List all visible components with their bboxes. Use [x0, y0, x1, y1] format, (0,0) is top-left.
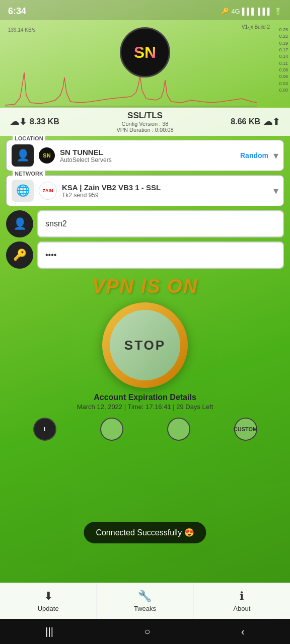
download-value: 8.33 KB: [30, 117, 59, 126]
password-row: 🔑: [6, 242, 284, 269]
android-nav-bar: ||| ○ ‹: [0, 619, 290, 644]
expiry-detail: March 12, 2022 | Time: 17:16:41 | 29 Day…: [0, 403, 290, 411]
nav-tab-circle-2[interactable]: [100, 418, 123, 441]
protocol-stat: SSL/TLS Config Version : 38 VPN Duration…: [116, 111, 173, 133]
about-icon: ℹ: [240, 590, 244, 603]
chart-area: V1-jx Build 2 0.25 0.22 0.19 0.17 0.14 0…: [0, 22, 290, 108]
nav-tabs-row: I CUSTOM: [6, 415, 284, 444]
location-mini-logo: SN: [39, 147, 55, 164]
globe-icon: 🌐: [16, 184, 30, 197]
network-text: KSA | Zain VB2 VB3 1 - SSL Tk2 send 959: [62, 183, 268, 199]
location-label: LOCATION: [13, 135, 45, 141]
android-menu-btn[interactable]: |||: [45, 626, 53, 637]
bottom-nav-update[interactable]: ⬇ Update: [0, 583, 97, 619]
expiry-title: Account Expiration Details: [0, 393, 290, 402]
location-icon-box: 👤: [12, 144, 34, 167]
stop-button-container: STOP: [0, 302, 290, 388]
stats-row: ☁⬇ 8.33 KB SSL/TLS Config Version : 38 V…: [0, 108, 290, 136]
network-subtitle: Tk2 send 959: [62, 192, 268, 199]
nav-tab-circle-custom[interactable]: CUSTOM: [234, 418, 257, 441]
location-text: SN TUNNEL AutoSelect Servers: [60, 148, 235, 164]
network-content[interactable]: 🌐 ZAIN KSA | Zain VB2 VB3 1 - SSL Tk2 se…: [7, 176, 283, 206]
y-axis-labels: 0.25 0.22 0.19 0.17 0.14 0.11 0.08 0.06 …: [279, 27, 288, 93]
account-expiry: Account Expiration Details March 12, 202…: [0, 393, 290, 411]
key-field-icon: 🔑: [13, 249, 27, 262]
network-icon-box: 🌐: [12, 180, 34, 202]
update-label: Update: [38, 605, 59, 612]
location-arrow-icon[interactable]: ▾: [273, 149, 278, 162]
network-arrow-icon[interactable]: ▾: [273, 185, 278, 197]
status-icons: 🔑 4G ▌▌▌ ▌▌▌ 🔋: [221, 8, 282, 15]
protocol-value: SSL/TLS: [127, 111, 163, 121]
location-name: SN TUNNEL: [60, 148, 235, 156]
signal2-icon: ▌▌▌: [258, 8, 272, 15]
status-time: 6:34: [8, 6, 26, 17]
username-row: 👤: [6, 210, 284, 237]
person-icon: 👤: [16, 149, 30, 162]
vpn-status-label: VPN IS ON: [0, 276, 290, 297]
stop-button-outer: STOP: [102, 302, 188, 388]
download-icon: ☁⬇: [10, 116, 27, 127]
network-section[interactable]: NETWORK 🌐 ZAIN KSA | Zain VB2 VB3 1 - SS…: [6, 175, 284, 206]
download-stat: ☁⬇ 8.33 KB: [10, 116, 59, 127]
location-section[interactable]: LOCATION 👤 SN SN TUNNEL AutoSelect Serve…: [6, 140, 284, 171]
logo-text: SN: [134, 43, 156, 62]
config-version: Config Version : 38: [122, 121, 169, 127]
tweaks-label: Tweaks: [134, 605, 156, 612]
vpn-duration: VPN Duration : 0:00:08: [116, 127, 173, 133]
bottom-nav-tweaks[interactable]: 🔧 Tweaks: [97, 583, 193, 619]
zain-logo: ZAIN: [39, 182, 57, 200]
tweaks-icon: 🔧: [138, 590, 152, 603]
zain-text: ZAIN: [43, 188, 53, 193]
password-input[interactable]: [37, 242, 284, 269]
android-back-btn[interactable]: ‹: [241, 626, 245, 637]
nav-tab-circle-3[interactable]: [167, 418, 190, 441]
toast-message: Connected Successfully 😍: [84, 522, 206, 543]
android-home-btn[interactable]: ○: [144, 626, 150, 637]
about-label: About: [233, 605, 250, 612]
bottom-nav-about[interactable]: ℹ About: [194, 583, 290, 619]
username-input[interactable]: [37, 210, 284, 237]
upload-stat: 8.66 KB ☁⬆: [231, 116, 280, 127]
bottom-nav: ⬇ Update 🔧 Tweaks ℹ About: [0, 583, 290, 619]
version-label: V1-jx Build 2: [242, 24, 270, 30]
username-icon-btn[interactable]: 👤: [6, 210, 33, 237]
location-content[interactable]: 👤 SN SN TUNNEL AutoSelect Servers Random…: [7, 140, 283, 171]
network-4g-icon: 4G: [231, 8, 240, 15]
user-icon: 👤: [13, 217, 27, 230]
location-logo-text: SN: [43, 152, 50, 158]
status-bar: 6:34 🔑 4G ▌▌▌ ▌▌▌ 🔋: [0, 0, 290, 20]
app-logo: SN: [120, 27, 170, 77]
upload-value: 8.66 KB: [231, 117, 260, 126]
password-icon-btn[interactable]: 🔑: [6, 242, 33, 269]
stop-button-text: STOP: [124, 338, 166, 353]
network-label: NETWORK: [13, 171, 45, 177]
location-subtitle: AutoSelect Servers: [60, 156, 235, 164]
nav-tab-circle-i[interactable]: I: [33, 418, 56, 441]
location-badge: Random: [240, 151, 268, 159]
speed-label: 139.14 KB/s: [8, 27, 35, 33]
nav-tab-i[interactable]: I: [33, 418, 56, 441]
signal-icon: ▌▌▌: [242, 8, 256, 15]
battery-icon: 🔋: [274, 8, 282, 15]
nav-tab-3[interactable]: [167, 418, 190, 441]
upload-icon: ☁⬆: [263, 116, 280, 127]
stop-button[interactable]: STOP: [110, 310, 180, 380]
update-icon: ⬇: [44, 590, 53, 603]
key-icon: 🔑: [221, 8, 229, 15]
nav-tab-custom[interactable]: CUSTOM: [234, 418, 257, 441]
nav-tab-2[interactable]: [100, 418, 123, 441]
network-name: KSA | Zain VB2 VB3 1 - SSL: [62, 183, 268, 192]
